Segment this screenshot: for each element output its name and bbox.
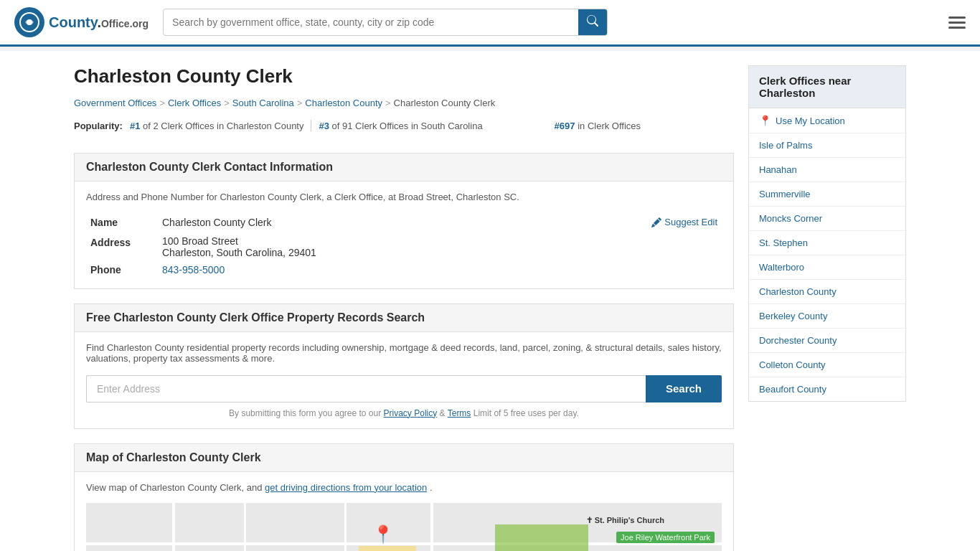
sidebar-link-hanahan[interactable]: Hanahan: [749, 158, 905, 182]
sidebar-header: Clerk Offices near Charleston: [749, 66, 905, 108]
name-label: Name: [86, 214, 158, 232]
property-search-section: Free Charleston County Clerk Office Prop…: [74, 303, 734, 429]
breadcrumb-sep-1: >: [159, 98, 165, 108]
list-item: Hanahan: [749, 158, 905, 182]
list-item: Summerville: [749, 182, 905, 207]
list-item: Walterboro: [749, 255, 905, 280]
contact-section-header: Charleston County Clerk Contact Informat…: [75, 154, 733, 182]
contact-section-body: Address and Phone Number for Charleston …: [75, 182, 733, 288]
svg-rect-8: [344, 503, 347, 552]
terms-link[interactable]: Terms: [448, 408, 471, 418]
breadcrumb: Government Offices > Clerk Offices > Sou…: [74, 98, 734, 108]
list-item: Isle of Palms: [749, 133, 905, 158]
table-row: Address 100 Broad Street Charleston, Sou…: [86, 232, 722, 261]
list-item: St. Stephen: [749, 231, 905, 255]
hamburger-menu-icon[interactable]: [948, 17, 966, 29]
breadcrumb-link-2[interactable]: Clerk Offices: [168, 98, 221, 108]
search-button[interactable]: [578, 9, 607, 35]
sidebar: Clerk Offices near Charleston 📍 Use My L…: [748, 65, 906, 551]
popularity-label: Popularity:: [74, 121, 123, 131]
site-header: County.Office.org: [0, 0, 980, 47]
sidebar-link-charleston-county[interactable]: Charleston County: [749, 280, 905, 303]
contact-description: Address and Phone Number for Charleston …: [86, 192, 722, 202]
popularity-divider-1: [311, 120, 311, 131]
map-park-label: Joe Riley Waterfront Park: [616, 532, 715, 543]
svg-rect-10: [495, 524, 588, 552]
map-section-header: Map of Charleston County Clerk: [75, 444, 733, 472]
map-visual: 📍 ✝ St. Philip's Church Joe Riley Waterf…: [86, 503, 722, 552]
search-input[interactable]: [164, 11, 578, 34]
property-search-form: Search: [86, 375, 722, 402]
property-search-button[interactable]: Search: [646, 375, 722, 402]
address-search-input[interactable]: [86, 375, 646, 402]
contact-info-table: Name Charleston County Clerk Suggest Edi…: [86, 214, 722, 278]
address-label: Address: [86, 232, 158, 261]
contact-section: Charleston County Clerk Contact Informat…: [74, 153, 734, 289]
property-description: Find Charleston County residential prope…: [86, 342, 722, 364]
location-pin-icon: 📍: [759, 115, 771, 126]
map-section-body: View map of Charleston County Clerk, and…: [75, 472, 733, 552]
list-item: Colleton County: [749, 353, 905, 377]
site-logo[interactable]: County.Office.org: [14, 7, 149, 37]
sidebar-link-moncks-corner[interactable]: Moncks Corner: [749, 207, 905, 230]
sidebar-box: Clerk Offices near Charleston 📍 Use My L…: [748, 65, 906, 402]
suggest-edit-link[interactable]: Suggest Edit: [651, 217, 717, 227]
address-line-1: 100 Broad Street: [162, 235, 717, 247]
map-placeholder[interactable]: 📍 ✝ St. Philip's Church Joe Riley Waterf…: [86, 503, 722, 552]
property-search-header: Free Charleston County Clerk Office Prop…: [75, 304, 733, 332]
list-item: Berkeley County: [749, 304, 905, 329]
list-item: 📍 Use My Location: [749, 108, 905, 133]
map-church-label: ✝ St. Philip's Church: [586, 516, 664, 525]
suggest-edit-cell: Suggest Edit: [504, 214, 722, 232]
table-row: Name Charleston County Clerk Suggest Edi…: [86, 214, 722, 232]
map-section: Map of Charleston County Clerk View map …: [74, 443, 734, 552]
main-content: Charleston County Clerk Government Offic…: [74, 65, 734, 551]
form-disclaimer: By submitting this form you agree to our…: [86, 408, 722, 418]
breadcrumb-sep-4: >: [385, 98, 391, 108]
phone-value: 843-958-5000: [158, 261, 722, 278]
svg-rect-11: [359, 546, 416, 552]
map-pin-icon: 📍: [372, 524, 394, 545]
privacy-policy-link[interactable]: Privacy Policy: [384, 408, 438, 418]
breadcrumb-sep-3: >: [297, 98, 303, 108]
list-item: Dorchester County: [749, 329, 905, 353]
svg-rect-9: [430, 503, 433, 552]
sidebar-link-dorchester-county[interactable]: Dorchester County: [749, 329, 905, 352]
breadcrumb-link-3[interactable]: South Carolina: [232, 98, 294, 108]
sidebar-link-walterboro[interactable]: Walterboro: [749, 255, 905, 279]
sidebar-link-st-stephen[interactable]: St. Stephen: [749, 231, 905, 255]
map-description: View map of Charleston County Clerk, and…: [86, 482, 722, 493]
list-item: Charleston County: [749, 280, 905, 304]
svg-rect-7: [244, 503, 246, 552]
address-line-2: Charleston, South Carolina, 29401: [162, 247, 717, 258]
sidebar-link-berkeley-county[interactable]: Berkeley County: [749, 304, 905, 328]
logo-text: County.Office.org: [49, 14, 149, 31]
phone-label: Phone: [86, 261, 158, 278]
svg-point-1: [27, 19, 32, 25]
page-title: Charleston County Clerk: [74, 65, 734, 88]
sidebar-link-colleton-county[interactable]: Colleton County: [749, 353, 905, 377]
sidebar-link-isle-of-palms[interactable]: Isle of Palms: [749, 133, 905, 157]
breadcrumb-link-1[interactable]: Government Offices: [74, 98, 156, 108]
sidebar-link-summerville[interactable]: Summerville: [749, 182, 905, 206]
list-item: Moncks Corner: [749, 207, 905, 231]
popularity-bar: Popularity: #1 of 2 Clerk Offices in Cha…: [74, 120, 734, 138]
popularity-rank-3: #697 in Clerk Offices: [497, 121, 641, 131]
table-row: Phone 843-958-5000: [86, 261, 722, 278]
sidebar-list: 📍 Use My Location Isle of Palms Hanahan …: [749, 108, 905, 401]
svg-rect-6: [172, 503, 175, 552]
breadcrumb-current: Charleston County Clerk: [394, 98, 496, 108]
name-value: Charleston County Clerk: [158, 214, 504, 232]
sidebar-link-beaufort-county[interactable]: Beaufort County: [749, 377, 905, 401]
logo-icon: [14, 7, 44, 37]
breadcrumb-link-4[interactable]: Charleston County: [305, 98, 382, 108]
use-my-location-link[interactable]: 📍 Use My Location: [749, 108, 905, 133]
address-value: 100 Broad Street Charleston, South Carol…: [158, 232, 722, 261]
popularity-rank-2: #3 of 91 Clerk Offices in South Carolina: [319, 121, 482, 131]
popularity-rank-1: #1 of 2 Clerk Offices in Charleston Coun…: [130, 121, 304, 131]
driving-directions-link[interactable]: get driving directions from your locatio…: [265, 482, 427, 493]
property-search-body: Find Charleston County residential prope…: [75, 332, 733, 428]
phone-link[interactable]: 843-958-5000: [162, 264, 225, 276]
suggest-edit-text: Suggest Edit: [664, 217, 717, 227]
search-bar: [163, 9, 608, 36]
